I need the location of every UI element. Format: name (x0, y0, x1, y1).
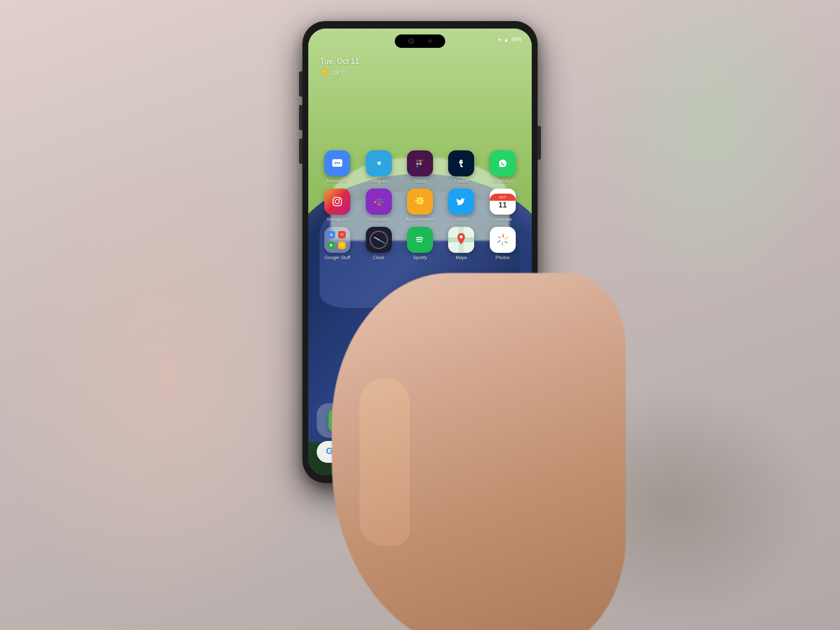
svg-text:T: T (460, 160, 462, 163)
svg-point-36 (500, 237, 505, 242)
svg-rect-7 (419, 163, 422, 165)
maps-label: Maps (456, 255, 467, 260)
app-row-2: Instagram (317, 189, 523, 222)
app-clock[interactable]: Clock (360, 227, 398, 260)
wifi-icon: ▾ (498, 37, 501, 43)
svg-rect-6 (419, 160, 422, 162)
svg-point-18 (375, 199, 377, 200)
calendar-day: 11 (499, 201, 507, 210)
svg-rect-4 (416, 160, 419, 162)
svg-point-20 (381, 199, 382, 200)
photos-icon[interactable] (490, 227, 516, 253)
weather-sun-icon: ☀️ (320, 68, 329, 77)
telegram-label: Telegram (369, 178, 388, 184)
app-instagram[interactable]: Instagram (318, 189, 356, 222)
slack-icon[interactable] (407, 150, 433, 176)
svg-point-19 (378, 199, 380, 200)
accuweather-label: AccuWeather (406, 217, 434, 222)
tumblr-label: Tumblr (454, 178, 468, 184)
front-camera (408, 38, 414, 44)
signal-icon: ▲ (504, 37, 509, 43)
twitter-label: Twitter (454, 217, 468, 222)
calendar-label: Calendar (493, 217, 512, 222)
svg-point-35 (460, 236, 463, 239)
svg-point-1 (334, 162, 336, 164)
instagram-label: Instagram (327, 217, 348, 222)
instagram-icon[interactable] (324, 189, 350, 215)
whatsapp-label: WhatsApp (492, 178, 513, 184)
podcasts-label: Podcasts (369, 217, 388, 222)
tumblr-icon[interactable]: T (448, 150, 474, 176)
app-google-stuff[interactable]: G ✉ ▶ ★ Google Stuff (318, 227, 356, 260)
battery-icon: 89% (512, 37, 522, 42)
app-whatsapp[interactable]: WhatsApp (484, 150, 522, 184)
slack-label: Slack (415, 178, 426, 184)
app-photos[interactable]: Photos (484, 227, 522, 260)
front-sensor (428, 39, 432, 43)
calendar-icon[interactable]: OCT 11 (490, 189, 516, 215)
svg-point-15 (335, 200, 339, 204)
svg-point-27 (381, 204, 382, 205)
calendar-month: OCT (499, 195, 506, 199)
clock-icon[interactable] (366, 227, 392, 253)
punch-hole-camera (395, 34, 445, 48)
app-messages[interactable]: Messages (318, 150, 356, 184)
twitter-icon[interactable] (448, 189, 474, 215)
svg-point-3 (339, 162, 340, 164)
photos-label: Photos (496, 255, 510, 260)
app-podcasts[interactable]: Podcasts (360, 189, 398, 222)
date-weather-widget: Tue, Oct 11 ☀️ 19°C (320, 57, 359, 77)
svg-rect-5 (416, 163, 419, 165)
maps-icon[interactable] (448, 227, 474, 253)
messages-icon[interactable] (324, 150, 350, 176)
app-tumblr[interactable]: T Tumblr (442, 150, 480, 184)
spotify-icon[interactable] (407, 227, 433, 253)
temperature-text: 19°C (332, 69, 346, 76)
app-spotify[interactable]: Spotify (401, 227, 439, 260)
clock-label: Clock (373, 255, 385, 260)
svg-rect-8 (422, 160, 424, 161)
google-stuff-icon[interactable]: G ✉ ▶ ★ (324, 227, 350, 253)
svg-point-26 (378, 204, 380, 205)
accuweather-icon[interactable] (407, 189, 433, 215)
svg-point-16 (339, 199, 341, 200)
svg-point-17 (372, 194, 386, 209)
app-twitter[interactable]: Twitter (442, 189, 480, 222)
scene: ▾ ▲ 89% Tue, Oct 11 ☀️ 19°C (0, 0, 840, 630)
app-calendar[interactable]: OCT 11 Calendar (484, 189, 522, 222)
app-slack[interactable]: Slack (401, 150, 439, 184)
svg-rect-9 (416, 165, 418, 167)
app-accuweather[interactable]: AccuWeather (401, 189, 439, 222)
google-stuff-label: Google Stuff (325, 255, 350, 260)
svg-point-25 (375, 204, 377, 205)
status-right: ▾ ▲ 89% (498, 37, 522, 43)
svg-point-2 (336, 162, 338, 164)
app-telegram[interactable]: Telegram (360, 150, 398, 184)
hand-thumb (360, 378, 410, 546)
svg-point-21 (374, 201, 376, 203)
weather-widget: ☀️ 19°C (320, 68, 359, 77)
svg-point-22 (377, 201, 378, 203)
app-grid: Messages Telegram (308, 150, 532, 265)
svg-point-24 (382, 201, 383, 203)
messages-label: Messages (327, 178, 348, 184)
app-maps[interactable]: Maps (442, 227, 480, 260)
date-text: Tue, Oct 11 (320, 57, 359, 66)
app-row-3: G ✉ ▶ ★ Google Stuff (317, 227, 523, 260)
whatsapp-icon[interactable] (490, 150, 516, 176)
svg-point-23 (379, 201, 381, 203)
app-row-1: Messages Telegram (317, 150, 523, 184)
spotify-label: Spotify (413, 255, 427, 260)
telegram-icon[interactable] (366, 150, 392, 176)
podcasts-icon[interactable] (366, 189, 392, 215)
